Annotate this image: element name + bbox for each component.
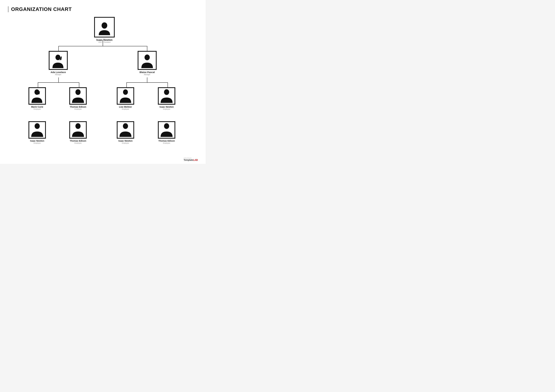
emp-isaac2-name: Isaac Newton (30, 140, 44, 142)
emp-thomas3-node: Thomas Edison Employee (158, 121, 175, 144)
watermark-brand: TemplateLAB (184, 159, 198, 161)
emp-thomas2-label: Thomas Edison Employee (70, 140, 86, 144)
svg-point-13 (56, 55, 60, 60)
emp-isaac1-role: Employee (160, 108, 174, 110)
svg-point-16 (75, 89, 80, 95)
emp-isaac1-node: Isaac Newton Employee (158, 87, 175, 110)
emp-marie-role: Employee (31, 108, 43, 110)
emp-thomas2-node: Thomas Edison Employee (69, 121, 87, 144)
emp-thomas1-role: Employee (70, 108, 86, 110)
manager-ada-label: Ada Lovelace Manager (51, 71, 66, 75)
watermark: CREATED BY TemplateLAB (184, 157, 198, 161)
manager-ada-name: Ada Lovelace (51, 71, 66, 74)
svg-point-19 (35, 123, 40, 129)
emp-isaac3-role: Employee (118, 142, 132, 144)
svg-point-20 (75, 123, 80, 129)
ceo-role: CEO & President (96, 41, 112, 43)
manager-ada-node: Ada Lovelace Manager (49, 51, 68, 75)
emp-isaac1-name: Isaac Newton (160, 106, 174, 108)
emp-isaac3-photo (117, 121, 134, 139)
emp-lise-label: Lise Meitner Employee (119, 106, 132, 110)
svg-point-21 (123, 123, 128, 129)
emp-marie-label: Marie Curie Employee (31, 106, 43, 110)
emp-isaac2-photo (29, 121, 46, 139)
page: ORGANIZATION CHART (0, 0, 206, 164)
emp-lise-photo (117, 87, 134, 105)
emp-isaac1-photo (158, 87, 175, 105)
ceo-photo (94, 17, 115, 37)
ceo-name: Isaac Newton (96, 38, 112, 41)
emp-thomas2-photo (69, 121, 87, 139)
emp-thomas1-photo (69, 87, 87, 105)
svg-point-18 (164, 89, 169, 95)
svg-point-14 (145, 55, 150, 60)
emp-isaac1-label: Isaac Newton Employee (160, 106, 174, 110)
ceo-label: Isaac Newton CEO & President (96, 38, 112, 43)
emp-thomas1-node: Thomas Edison Employee (69, 87, 87, 110)
manager-blaise-name: Blaise Pascal (139, 71, 155, 74)
emp-thomas3-name: Thomas Edison (158, 140, 175, 142)
page-title: ORGANIZATION CHART (8, 6, 198, 12)
emp-thomas3-photo (158, 121, 175, 139)
emp-thomas1-label: Thomas Edison Employee (70, 106, 86, 110)
emp-isaac3-name: Isaac Newton (118, 140, 132, 142)
emp-isaac2-role: Employee (30, 142, 44, 144)
manager-ada-role: Manager (51, 74, 66, 75)
emp-thomas2-role: Employee (70, 142, 86, 144)
manager-blaise-photo (138, 51, 157, 70)
emp-lise-node: Lise Meitner Employee (117, 87, 134, 110)
org-chart: Isaac Newton CEO & President Ada Lovelac… (8, 17, 198, 154)
emp-marie-photo (29, 87, 46, 105)
emp-lise-role: Employee (119, 108, 132, 110)
emp-thomas3-label: Thomas Edison Employee (158, 140, 175, 144)
emp-isaac2-label: Isaac Newton Employee (30, 140, 44, 144)
watermark-template: Template (184, 159, 193, 161)
emp-isaac2-node: Isaac Newton Employee (29, 121, 46, 144)
svg-point-17 (123, 89, 128, 95)
svg-point-12 (102, 22, 107, 29)
emp-thomas3-role: Employee (158, 142, 175, 144)
watermark-lab: LAB (193, 159, 198, 161)
emp-isaac3-label: Isaac Newton Employee (118, 140, 132, 144)
svg-point-22 (164, 123, 169, 129)
emp-isaac3-node: Isaac Newton Employee (117, 121, 134, 144)
manager-ada-photo (49, 51, 68, 70)
ceo-node: Isaac Newton CEO & President (94, 17, 115, 43)
emp-thomas1-name: Thomas Edison (70, 106, 86, 108)
emp-thomas2-name: Thomas Edison (70, 140, 86, 142)
emp-marie-name: Marie Curie (31, 106, 43, 108)
manager-blaise-node: Blaise Pascal Manager (138, 51, 157, 75)
manager-blaise-role: Manager (139, 74, 155, 75)
emp-marie-node: Marie Curie Employee (29, 87, 46, 110)
manager-blaise-label: Blaise Pascal Manager (139, 71, 155, 75)
emp-lise-name: Lise Meitner (119, 106, 132, 108)
